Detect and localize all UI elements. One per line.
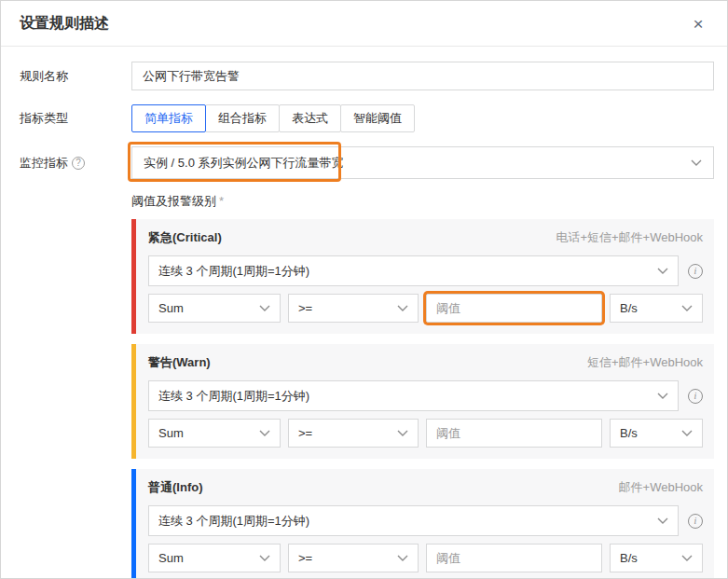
rule-name-input[interactable] [131,62,714,90]
monitor-metric-label: 监控指标 ? [20,155,131,172]
comparator-value: >= [298,301,312,315]
metric-type-label: 指标类型 [20,110,131,127]
dialog-body: 规则名称 指标类型 简单指标 组合指标 表达式 智能阈值 监控指标 ? 实例 /… [1,47,727,579]
chevron-down-icon [681,305,693,311]
block-head: 警告(Warn) 短信+邮件+WebHook [148,354,703,371]
threshold-section-label-text: 阈值及报警级别 [131,194,216,208]
help-icon[interactable]: ? [72,157,85,170]
comparator-select[interactable]: >= [288,294,419,323]
monitor-metric-value: 实例 / 5.0 系列实例公网下行流量带宽 [144,155,344,172]
period-row: 连续 3 个周期(1周期=1分钟) i [148,505,703,536]
unit-select[interactable]: B/s [610,544,703,572]
info-icon[interactable]: i [688,514,703,529]
threshold-input[interactable] [426,294,602,323]
chevron-down-icon [259,555,270,561]
aggregate-value: Sum [158,551,184,565]
severity-block-critical: 紧急(Critical) 电话+短信+邮件+WebHook 连续 3 个周期(1… [131,219,714,334]
chevron-down-icon [681,555,693,561]
period-value: 连续 3 个周期(1周期=1分钟) [158,263,309,280]
unit-value: B/s [620,426,638,440]
threshold-input[interactable] [426,544,602,572]
severity-title: 普通(Info) [148,479,202,496]
threshold-section-label: 阈值及报警级别* [131,193,714,210]
comparator-value: >= [298,426,312,440]
chevron-down-icon [259,430,270,436]
monitor-metric-row: 监控指标 ? 实例 / 5.0 系列实例公网下行流量带宽 [20,146,714,179]
info-icon[interactable]: i [688,264,703,279]
aggregate-value: Sum [158,426,184,440]
tab-expression[interactable]: 表达式 [279,104,341,132]
rule-name-label: 规则名称 [20,68,131,85]
dialog-header: 设置规则描述 × [1,1,727,47]
chevron-down-icon [657,268,668,274]
notification-channels: 电话+短信+邮件+WebHook [556,229,703,246]
metric-type-tabs: 简单指标 组合指标 表达式 智能阈值 [131,104,415,132]
monitor-metric-select[interactable]: 实例 / 5.0 系列实例公网下行流量带宽 [131,146,714,179]
period-value: 连续 3 个周期(1周期=1分钟) [158,513,309,530]
severity-block-warn: 警告(Warn) 短信+邮件+WebHook 连续 3 个周期(1周期=1分钟)… [131,344,714,459]
chevron-down-icon [657,393,668,399]
threshold-input[interactable] [426,419,602,448]
aggregate-value: Sum [158,301,184,315]
close-icon[interactable]: × [688,13,708,34]
tab-combined-metric[interactable]: 组合指标 [205,104,280,132]
notification-channels: 短信+邮件+WebHook [587,354,703,371]
severity-title: 紧急(Critical) [148,229,222,246]
chevron-down-icon [397,555,408,561]
required-mark: * [219,194,224,208]
dialog-title: 设置规则描述 [20,14,109,34]
period-select[interactable]: 连续 3 个周期(1周期=1分钟) [148,380,679,411]
severity-title: 警告(Warn) [148,354,211,371]
unit-select[interactable]: B/s [610,419,703,448]
severity-blocks: 紧急(Critical) 电话+短信+邮件+WebHook 连续 3 个周期(1… [131,219,714,579]
period-value: 连续 3 个周期(1周期=1分钟) [158,388,309,405]
tab-smart-threshold[interactable]: 智能阈值 [340,104,415,132]
unit-select[interactable]: B/s [610,294,703,323]
tab-simple-metric[interactable]: 简单指标 [131,104,206,132]
monitor-metric-select-wrap: 实例 / 5.0 系列实例公网下行流量带宽 [131,146,714,179]
chevron-down-icon [397,430,408,436]
controls-row: Sum >= B/s [148,294,703,323]
comparator-select[interactable]: >= [288,544,419,572]
notification-channels: 邮件+WebHook [619,479,703,496]
alarm-rule-dialog: 设置规则描述 × 规则名称 指标类型 简单指标 组合指标 表达式 智能阈值 监控… [0,0,728,579]
block-head: 紧急(Critical) 电话+短信+邮件+WebHook [148,229,703,246]
block-head: 普通(Info) 邮件+WebHook [148,479,703,496]
unit-value: B/s [620,301,638,315]
chevron-down-icon [397,305,408,311]
aggregate-select[interactable]: Sum [148,419,281,448]
period-select[interactable]: 连续 3 个周期(1周期=1分钟) [148,255,679,286]
period-select[interactable]: 连续 3 个周期(1周期=1分钟) [148,505,679,536]
aggregate-select[interactable]: Sum [148,544,281,572]
info-icon[interactable]: i [688,389,703,404]
comparator-select[interactable]: >= [288,419,419,448]
period-row: 连续 3 个周期(1周期=1分钟) i [148,255,703,286]
period-row: 连续 3 个周期(1周期=1分钟) i [148,380,703,411]
aggregate-select[interactable]: Sum [148,294,281,323]
chevron-down-icon [681,430,693,436]
chevron-down-icon [259,305,270,311]
comparator-value: >= [298,551,312,565]
chevron-down-icon [691,159,702,166]
metric-type-row: 指标类型 简单指标 组合指标 表达式 智能阈值 [20,104,714,132]
controls-row: Sum >= B/s [148,544,703,572]
unit-value: B/s [620,551,638,565]
monitor-metric-label-text: 监控指标 [20,155,68,172]
controls-row: Sum >= B/s [148,419,703,448]
severity-block-info: 普通(Info) 邮件+WebHook 连续 3 个周期(1周期=1分钟) i … [131,469,714,579]
rule-name-row: 规则名称 [20,62,714,90]
chevron-down-icon [657,517,668,524]
